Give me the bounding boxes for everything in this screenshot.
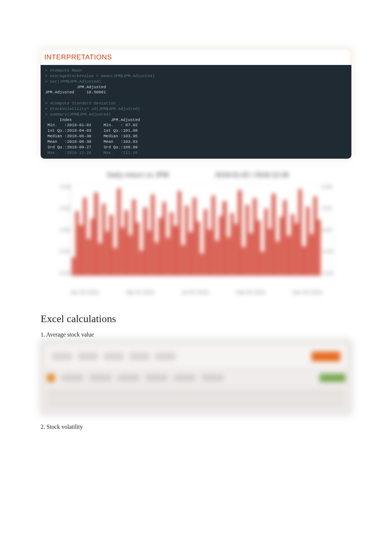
toolbar-chip bbox=[61, 375, 83, 381]
chart-bar bbox=[166, 238, 169, 275]
list-item-average-stock: 1. Average stock value bbox=[41, 331, 351, 338]
chart-bar bbox=[257, 220, 260, 275]
chart-bar bbox=[193, 197, 196, 276]
xtick: Jan 03 2018 bbox=[70, 289, 99, 295]
chart-bar bbox=[276, 241, 279, 275]
ytick: 0.00 bbox=[60, 227, 70, 233]
xtick: Apr 02 2018 bbox=[126, 289, 154, 295]
chart-bar bbox=[99, 243, 102, 275]
chart-bar bbox=[204, 209, 207, 275]
chart-bar bbox=[223, 201, 226, 276]
console-line: Max. :2018-12-28 Max. :111.26 bbox=[45, 151, 138, 155]
chart-bar bbox=[197, 221, 200, 276]
chart-title-right: 2018-01-02 / 2018-12-28 bbox=[215, 171, 289, 179]
chart-bar bbox=[133, 199, 135, 276]
chart-bar bbox=[231, 213, 234, 275]
ribbon-chip bbox=[155, 352, 176, 361]
chart-bar bbox=[76, 211, 79, 275]
chart-bar bbox=[182, 245, 185, 275]
y-axis-right: 0.04 0.02 0.00 -0.02 -0.04 bbox=[322, 184, 348, 276]
console-line: JPM.Adjusted 18.50881 bbox=[45, 90, 106, 94]
chart-bar bbox=[178, 191, 181, 275]
chart-bar bbox=[140, 251, 143, 275]
chart-bar bbox=[212, 196, 215, 276]
ribbon-chip bbox=[103, 352, 124, 361]
chart-bar bbox=[125, 210, 128, 276]
ribbon-chip bbox=[52, 352, 72, 361]
chart-bar bbox=[216, 241, 219, 276]
toolbar-accent-chip bbox=[320, 374, 345, 382]
ytick: 0.04 bbox=[322, 184, 332, 190]
console-line: JPM.Adjusted bbox=[45, 85, 106, 89]
chart-bar bbox=[144, 207, 147, 275]
ytick: -0.04 bbox=[58, 270, 70, 276]
chart-bar bbox=[295, 223, 298, 276]
chart-bar bbox=[129, 235, 132, 276]
ribbon-chip bbox=[78, 352, 98, 361]
ytick: 0.02 bbox=[322, 205, 332, 211]
chart-bar bbox=[268, 229, 271, 276]
chart-bar bbox=[148, 231, 151, 276]
chart-bar bbox=[117, 188, 120, 276]
chart-bar bbox=[280, 217, 283, 275]
console-line: > #Compute Mean bbox=[45, 68, 82, 73]
chart-bar bbox=[253, 198, 256, 275]
chart-bar bbox=[317, 220, 320, 276]
chart-bar bbox=[91, 218, 94, 275]
chart-bar bbox=[234, 224, 237, 275]
interpretations-card: INTERPRETATIONS > #Compute Mean > Averag… bbox=[41, 48, 351, 159]
chart-bar bbox=[87, 239, 90, 276]
chart-bar bbox=[219, 216, 222, 276]
toolbar-chip bbox=[89, 375, 111, 381]
chart-bar bbox=[227, 237, 230, 276]
console-line: > var(JPM$JPM.Adjusted) bbox=[45, 79, 101, 84]
console-line: > summary(JPM$JPM.Adjusted) bbox=[45, 112, 111, 117]
chart-bar bbox=[170, 212, 173, 276]
ytick: 0.00 bbox=[322, 227, 332, 233]
chart-bar bbox=[163, 202, 166, 275]
chart-bar bbox=[174, 226, 177, 275]
chart-bar bbox=[79, 225, 82, 276]
chart-bar bbox=[306, 207, 309, 276]
console-line: Index JPM.Adjusted bbox=[45, 118, 140, 122]
chart-bar bbox=[83, 197, 86, 276]
chart-bar bbox=[265, 208, 268, 276]
chart-bar bbox=[246, 205, 249, 276]
paste-icon bbox=[47, 373, 55, 382]
chart-bar bbox=[106, 231, 109, 276]
excel-cells bbox=[47, 387, 345, 410]
x-axis-labels: Jan 03 2018 Apr 02 2018 Jul 02 2018 Sep … bbox=[70, 289, 322, 295]
ribbon-accent-chip bbox=[312, 352, 340, 361]
xtick: Jul 02 2018 bbox=[182, 289, 208, 295]
ytick: 0.02 bbox=[60, 205, 70, 211]
chart-bar bbox=[208, 230, 211, 276]
list-item-stock-volatility: 2. Stock volatility bbox=[41, 424, 351, 430]
chart-bar bbox=[200, 254, 203, 276]
chart-bar bbox=[114, 248, 117, 276]
chart-bar bbox=[250, 233, 252, 276]
chart-bar bbox=[72, 257, 75, 276]
toolbar-chip bbox=[173, 375, 196, 381]
ytick: 0.04 bbox=[60, 184, 70, 190]
chart-bar bbox=[283, 200, 286, 275]
r-console-output: > #Compute Mean > AverageStockeValue = m… bbox=[41, 65, 351, 159]
excel-calculations-heading: Excel calculations bbox=[41, 313, 351, 325]
chart-bars bbox=[71, 184, 322, 276]
console-line: Median :2018-06-30 Median :103.95 bbox=[45, 134, 138, 138]
chart-bar bbox=[136, 222, 139, 275]
excel-toolbar bbox=[47, 370, 345, 385]
interpretations-title: INTERPRETATIONS bbox=[41, 52, 351, 65]
ytick: -0.04 bbox=[322, 270, 334, 276]
chart-bar bbox=[272, 194, 275, 276]
chart-bar bbox=[155, 242, 158, 276]
console-line: Mean :2018-06-30 Mean :103.63 bbox=[45, 139, 138, 144]
chart-title-left: Daily return vs JPM bbox=[107, 171, 169, 179]
chart-bar bbox=[299, 189, 302, 275]
console-line: > StockVolatility= sd(JPM$JPM.Adjusted) bbox=[45, 107, 140, 111]
toolbar-chip bbox=[117, 375, 140, 381]
chart-bar bbox=[302, 246, 305, 276]
chart-bar bbox=[287, 236, 290, 275]
plot-area bbox=[70, 184, 322, 276]
toolbar-chip bbox=[145, 375, 168, 381]
chart-bar bbox=[242, 247, 245, 275]
